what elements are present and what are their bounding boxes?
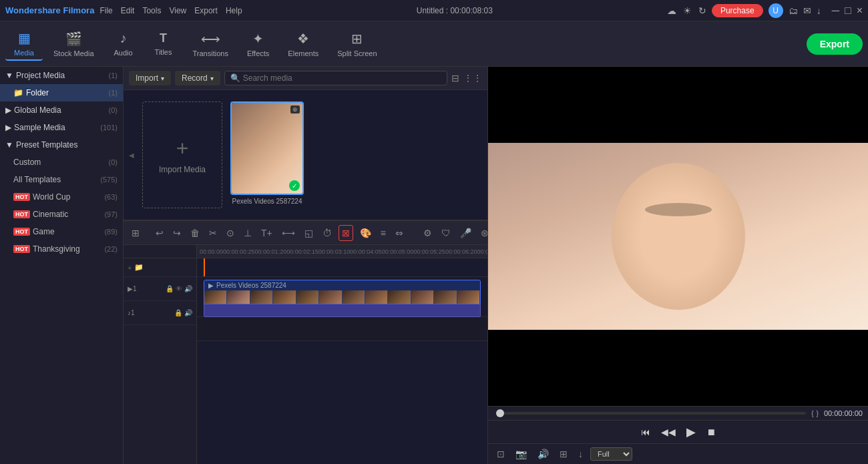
all-templates-label: All Templates bbox=[13, 175, 61, 184]
timeline-tracks: 00:00:00 00:00:00:25 00:00:01:20 00:00:0… bbox=[197, 245, 487, 464]
sidebar-item-cinematic[interactable]: HOT Cinematic (97) bbox=[0, 206, 123, 223]
search-input[interactable] bbox=[243, 73, 441, 83]
cloud-icon[interactable]: ☁ bbox=[667, 5, 676, 16]
minimize-button[interactable]: ─ bbox=[832, 5, 839, 17]
toolbar-titles[interactable]: T Titles bbox=[145, 29, 182, 59]
sidebar-item-custom[interactable]: Custom (0) bbox=[0, 154, 123, 171]
preview-progress-bar[interactable] bbox=[496, 412, 806, 415]
audio-adjust-button[interactable]: ≡ bbox=[378, 226, 389, 240]
add-track-icon[interactable]: + bbox=[128, 264, 132, 272]
menu-tools[interactable]: Tools bbox=[142, 6, 161, 15]
toolbar-elements[interactable]: ❖ Elements bbox=[280, 28, 327, 60]
folder-label: Folder bbox=[26, 88, 49, 97]
volume-icon[interactable]: 🔊 bbox=[184, 285, 192, 292]
import-button[interactable]: Import ▾ bbox=[129, 71, 171, 85]
sidebar-item-folder[interactable]: 📁 Folder (1) bbox=[0, 84, 123, 101]
menu-export[interactable]: Export bbox=[194, 6, 218, 15]
preview-tool-2[interactable]: 📷 bbox=[512, 447, 530, 461]
media-panel: Import ▾ Record ▾ 🔍 ⊟ ⋮⋮ bbox=[124, 67, 487, 220]
record-button[interactable]: Record ▾ bbox=[175, 71, 220, 85]
main-layout: ▼ Project Media (1) 📁 Folder (1) ▶ Globa… bbox=[0, 67, 868, 464]
maximize-button[interactable]: □ bbox=[845, 5, 851, 17]
filter-icon[interactable]: ⊟ bbox=[451, 73, 459, 83]
storage-icon[interactable]: 🗂 bbox=[789, 5, 798, 16]
grid-icon[interactable]: ⋮⋮ bbox=[463, 73, 482, 83]
purchase-button[interactable]: Purchase bbox=[712, 4, 763, 17]
toolbar-transitions[interactable]: ⟷ Transitions bbox=[185, 28, 236, 60]
menu-edit[interactable]: Edit bbox=[121, 6, 135, 15]
main-toolbar: ▦ Media 🎬 Stock Media ♪ Audio T Titles ⟷… bbox=[0, 21, 868, 67]
menu-file[interactable]: File bbox=[99, 6, 112, 15]
speed-button[interactable]: ⏱ bbox=[320, 226, 335, 240]
zoom-select[interactable]: Full 50% 75% 100% bbox=[590, 447, 632, 461]
toolbar-media[interactable]: ▦ Media bbox=[5, 27, 43, 61]
preview-tool-4[interactable]: ⊞ bbox=[556, 447, 571, 461]
sidebar-item-game[interactable]: HOT Game (89) bbox=[0, 223, 123, 240]
sidebar-group-project-media[interactable]: ▼ Project Media (1) bbox=[0, 67, 123, 84]
sidebar-group-preset-templates[interactable]: ▼ Preset Templates bbox=[0, 136, 123, 154]
app-logo: Wondershare Filmora bbox=[5, 5, 94, 15]
paint-button[interactable]: 🎨 bbox=[357, 226, 374, 240]
import-chevron: ▾ bbox=[161, 75, 164, 82]
close-button[interactable]: × bbox=[857, 5, 863, 17]
audio-mute-icon[interactable]: 🔊 bbox=[184, 309, 192, 316]
prev-frame-button[interactable]: ⏮ bbox=[638, 425, 653, 439]
sidebar-item-all-templates[interactable]: All Templates (575) bbox=[0, 171, 123, 188]
undo-button[interactable]: ↩ bbox=[153, 226, 166, 240]
download-icon[interactable]: ↓ bbox=[817, 5, 821, 16]
export-button[interactable]: Export bbox=[807, 33, 863, 55]
menu-help[interactable]: Help bbox=[226, 6, 242, 15]
ruler-2: 00:00:01:20 bbox=[255, 248, 287, 255]
transition-add-button[interactable]: ⟷ bbox=[279, 226, 298, 240]
add-folder-icon[interactable]: 📁 bbox=[134, 263, 144, 272]
audio-lock-icon[interactable]: 🔒 bbox=[174, 309, 182, 316]
preview-video bbox=[488, 67, 868, 406]
text-overlay-button[interactable]: T+ bbox=[258, 226, 275, 240]
toolbar-effects[interactable]: ✦ Effects bbox=[239, 28, 277, 60]
crop-fit-button[interactable]: ⊠ bbox=[339, 225, 353, 241]
sidebar-item-world-cup[interactable]: HOT World Cup (63) bbox=[0, 188, 123, 206]
sidebar-group-global-media[interactable]: ▶ Global Media (0) bbox=[0, 101, 123, 119]
redo-button[interactable]: ↪ bbox=[170, 226, 184, 240]
lock-icon[interactable]: 🔒 bbox=[166, 285, 174, 292]
window-controls: ─ □ × bbox=[832, 5, 863, 17]
play-small-icon: ▶ bbox=[208, 282, 214, 289]
eye-icon[interactable]: 👁 bbox=[176, 285, 182, 292]
cut-button[interactable]: ✂ bbox=[206, 226, 220, 240]
toolbar-audio[interactable]: ♪ Audio bbox=[105, 28, 142, 59]
import-media-area[interactable]: + Import Media bbox=[142, 101, 222, 208]
refresh-icon[interactable]: ↻ bbox=[698, 5, 706, 16]
sample-media-arrow: ▶ bbox=[5, 123, 11, 132]
preview-tool-1[interactable]: ⊡ bbox=[493, 447, 508, 461]
toolbar-stock-media[interactable]: 🎬 Stock Media bbox=[45, 28, 102, 60]
copy-button[interactable]: ⊙ bbox=[224, 226, 237, 240]
crop-button[interactable]: ◱ bbox=[302, 226, 316, 240]
center-content: Import ▾ Record ▾ 🔍 ⊟ ⋮⋮ bbox=[124, 67, 487, 464]
preview-tool-3[interactable]: 🔊 bbox=[534, 447, 552, 461]
play-button[interactable]: ▶ bbox=[684, 423, 698, 441]
menu-view[interactable]: View bbox=[169, 6, 186, 15]
sun-icon[interactable]: ☀ bbox=[683, 5, 692, 16]
play-back-button[interactable]: ◀◀ bbox=[658, 425, 678, 439]
sidebar-collapse-handle[interactable]: ◀ bbox=[129, 95, 134, 214]
link-button[interactable]: ⇔ bbox=[393, 226, 406, 240]
mail-icon[interactable]: ✉ bbox=[803, 5, 811, 16]
preview-tool-5[interactable]: ↓ bbox=[575, 447, 586, 461]
avatar-icon[interactable]: U bbox=[769, 3, 783, 18]
delete-button[interactable]: 🗑 bbox=[188, 226, 202, 240]
sidebar-item-thanksgiving[interactable]: HOT Thanksgiving (22) bbox=[0, 240, 123, 258]
toolbar-split-screen[interactable]: ⊞ Split Screen bbox=[329, 28, 385, 60]
split-button[interactable]: ⊥ bbox=[241, 226, 254, 240]
settings-button[interactable]: ⚙ bbox=[421, 226, 435, 240]
thumb-checkmark: ✓ bbox=[289, 180, 300, 191]
media-thumbnail[interactable]: ✓ ⊕ Pexels Videos 2587224 bbox=[230, 101, 304, 208]
game-count: (89) bbox=[104, 228, 118, 236]
app-grid-button[interactable]: ⊞ bbox=[129, 226, 142, 240]
global-media-label: Global Media bbox=[14, 105, 61, 115]
stop-button[interactable]: ⏹ bbox=[704, 425, 718, 439]
sidebar-group-sample-media[interactable]: ▶ Sample Media (101) bbox=[0, 119, 123, 136]
shield-button[interactable]: 🛡 bbox=[439, 226, 453, 240]
mic-button[interactable]: 🎤 bbox=[457, 226, 474, 240]
stock-media-icon: 🎬 bbox=[65, 31, 82, 47]
effects-icon: ✦ bbox=[252, 31, 264, 47]
